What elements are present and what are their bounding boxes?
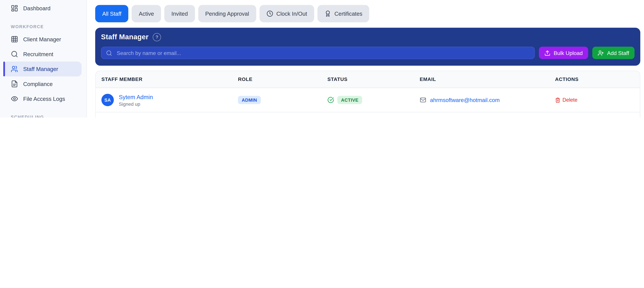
users-icon (11, 65, 18, 73)
column-header-status: STATUS (328, 76, 420, 82)
sidebar-item-compliance[interactable]: Compliance (0, 76, 86, 91)
user-plus-icon (598, 50, 604, 56)
tab-all-staff[interactable]: All Staff (95, 5, 128, 22)
help-icon[interactable]: ? (153, 33, 161, 41)
tab-pending-approval[interactable]: Pending Approval (198, 5, 256, 22)
mail-icon (420, 97, 426, 103)
add-staff-button[interactable]: Add Staff (592, 47, 634, 59)
staff-name-link[interactable]: Sytem Admin (119, 94, 153, 100)
sidebar-item-label: Dashboard (23, 5, 50, 11)
column-header-staff-member: STAFF MEMBER (101, 76, 238, 82)
tab-certificates[interactable]: Certificates (318, 5, 370, 22)
grid-icon (11, 36, 18, 43)
tab-active[interactable]: Active (132, 5, 161, 22)
sidebar-item-client-manager[interactable]: Client Manager (0, 32, 86, 47)
table-row: SO softwareahrm Invitation sent STAFF IN… (96, 112, 640, 118)
clock-icon (266, 10, 273, 17)
staff-manager-panel: Staff Manager ? Bulk Upload Add Staff (95, 28, 640, 66)
tab-clock-in-out[interactable]: Clock In/Out (259, 5, 314, 22)
sidebar: Dashboard WORKFORCE Client Manager Recru… (0, 0, 87, 118)
sidebar-item-label: File Access Logs (23, 96, 65, 102)
status-badge: ACTIVE (337, 96, 362, 104)
tab-invited[interactable]: Invited (164, 5, 195, 22)
sidebar-item-staff-manager[interactable]: Staff Manager (4, 62, 82, 76)
signup-status: Signed up (119, 101, 153, 106)
staff-table: STAFF MEMBER ROLE STATUS EMAIL ACTIONS S… (95, 71, 640, 118)
delete-action[interactable]: Delete (555, 97, 578, 103)
sidebar-section-scheduling: SCHEDULING (11, 115, 86, 118)
search-icon (106, 50, 112, 56)
role-badge: ADMIN (238, 96, 261, 104)
email-link[interactable]: ahrmsoftware@hotmail.com (430, 97, 500, 103)
bulk-upload-button[interactable]: Bulk Upload (539, 47, 588, 59)
file-text-icon (11, 80, 18, 88)
trash-icon (555, 97, 560, 103)
table-header-row: STAFF MEMBER ROLE STATUS EMAIL ACTIONS (96, 71, 640, 88)
sidebar-section-workforce: WORKFORCE (11, 24, 86, 29)
award-icon (324, 10, 331, 17)
sidebar-item-file-access-logs[interactable]: File Access Logs (0, 91, 86, 106)
check-circle-icon (328, 97, 334, 103)
avatar: SA (101, 94, 114, 106)
sidebar-item-label: Compliance (23, 81, 53, 87)
sidebar-item-label: Recruitment (23, 51, 53, 57)
search-icon (11, 50, 18, 58)
column-header-role: ROLE (238, 76, 328, 82)
sidebar-item-label: Client Manager (23, 36, 61, 42)
app-window: Dashboard WORKFORCE Client Manager Recru… (0, 0, 644, 118)
search-box (101, 47, 535, 59)
dashboard-icon (11, 4, 18, 12)
upload-icon (544, 50, 550, 56)
status-cell: ACTIVE (328, 96, 420, 104)
search-input[interactable] (116, 49, 530, 56)
filter-tabs: All Staff Active Invited Pending Approva… (95, 5, 640, 22)
main-content: All Staff Active Invited Pending Approva… (87, 0, 644, 118)
sidebar-item-dashboard[interactable]: Dashboard (0, 1, 86, 16)
sidebar-item-label: Staff Manager (23, 66, 58, 72)
column-header-actions: ACTIONS (555, 76, 640, 82)
column-header-email: EMAIL (420, 76, 555, 82)
page-title: Staff Manager (101, 33, 149, 41)
sidebar-item-recruitment[interactable]: Recruitment (0, 47, 86, 62)
table-row: SA Sytem Admin Signed up ADMIN ACTIVE ah… (96, 88, 640, 113)
eye-icon (11, 95, 18, 103)
